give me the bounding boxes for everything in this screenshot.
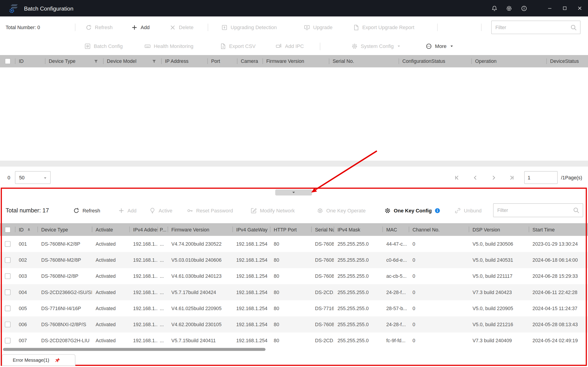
- collapse-panel-button[interactable]: [275, 190, 312, 195]
- add-ipc-button[interactable]: Add IPC: [276, 38, 304, 54]
- column-label: HTTP Port: [274, 227, 297, 232]
- column-header-mac[interactable]: MAC: [382, 223, 409, 236]
- upgrade-button[interactable]: Upgrade: [304, 17, 332, 38]
- toolbar-separator: [208, 24, 208, 31]
- table-row[interactable]: 004 DS-2CD2366G2-ISU/SL Activated 192.16…: [0, 284, 588, 300]
- table-row[interactable]: 001 DS-7608NI-K2/8P Activated 192.168.1.…: [0, 236, 588, 252]
- column-header-operation[interactable]: Operation: [471, 55, 546, 67]
- info-badge-icon[interactable]: [435, 208, 440, 213]
- horizontal-scrollbar-thumb[interactable]: [3, 348, 266, 351]
- table-row[interactable]: 002 DS-7608NI-M2/8P Activated 192.168.1.…: [0, 252, 588, 268]
- row-checkbox[interactable]: [5, 306, 10, 311]
- column-header-device-status[interactable]: DeviceStatus: [546, 55, 588, 67]
- about-button[interactable]: [516, 0, 531, 17]
- notifications-button[interactable]: [487, 0, 502, 17]
- lower-filter-input[interactable]: [493, 204, 583, 217]
- column-label: P...: [160, 227, 166, 232]
- row-checkbox-cell: [0, 284, 15, 300]
- row-checkbox[interactable]: [5, 322, 10, 327]
- delete-button[interactable]: Delete: [170, 17, 194, 38]
- row-checkbox[interactable]: [5, 241, 10, 247]
- page-size-select[interactable]: 50: [15, 171, 51, 184]
- health-monitoring-label: Health Monitoring: [154, 43, 193, 49]
- column-header-serial-no[interactable]: Serial No.: [329, 55, 399, 67]
- one-key-operate-button[interactable]: One Key Operate: [317, 198, 366, 223]
- column-header-activate[interactable]: Activate: [92, 223, 129, 236]
- next-page-button[interactable]: [489, 173, 498, 182]
- cell-firmware-version: V5.7.15build 240411: [168, 333, 233, 349]
- cell-serial-no: DS-7608...: [311, 236, 334, 252]
- error-message-tab[interactable]: Error Message(1): [2, 354, 75, 366]
- delete-label: Delete: [179, 25, 194, 30]
- column-header-firmware-version[interactable]: Firmware Version: [262, 55, 329, 67]
- filter-funnel-icon[interactable]: [152, 59, 157, 64]
- column-header-serial-no[interactable]: Serial Nu...: [311, 223, 334, 236]
- reset-password-button[interactable]: Reset Password: [187, 198, 233, 223]
- health-monitoring-button[interactable]: Health Monitoring: [145, 38, 194, 54]
- column-header-channel-no[interactable]: Channel No.: [409, 223, 469, 236]
- selected-count: 0: [8, 175, 10, 180]
- column-header-ip-address[interactable]: IP Address: [161, 55, 208, 67]
- table-row[interactable]: 006 DS-7608NXI-I2/8P/S Activated 192.168…: [0, 317, 588, 333]
- lower-refresh-button[interactable]: Refresh: [73, 198, 100, 223]
- column-header-id[interactable]: ID: [15, 223, 37, 236]
- upper-horizontal-scrollbar-track[interactable]: [0, 161, 588, 166]
- row-checkbox[interactable]: [5, 273, 10, 279]
- page-number-input[interactable]: [524, 171, 557, 184]
- close-button[interactable]: [572, 0, 587, 17]
- column-header-device-type[interactable]: Device Type: [45, 55, 103, 67]
- last-page-button[interactable]: [507, 173, 516, 182]
- row-checkbox[interactable]: [5, 257, 10, 263]
- column-header-firmware-version[interactable]: Firmware Version: [168, 223, 233, 236]
- more-button[interactable]: More: [426, 38, 454, 54]
- column-label: Serial No.: [333, 58, 354, 64]
- maximize-button[interactable]: [557, 0, 572, 17]
- prev-page-button[interactable]: [470, 173, 480, 182]
- unbind-label: Unbund: [464, 208, 482, 213]
- export-upgrade-report-button[interactable]: Export Upgrade Report: [353, 17, 414, 38]
- lower-add-button[interactable]: Add: [118, 198, 137, 223]
- column-header-id[interactable]: ID: [15, 55, 45, 67]
- select-all-checkbox[interactable]: [5, 227, 10, 232]
- sort-ascending-icon[interactable]: [27, 227, 31, 232]
- column-header-device-type[interactable]: Device Type: [37, 223, 92, 236]
- batch-config-button[interactable]: Batch Config: [84, 38, 123, 54]
- column-header-start-time[interactable]: Start Time: [529, 223, 588, 236]
- filter-funnel-icon[interactable]: [94, 59, 99, 64]
- export-csv-button[interactable]: Export CSV: [220, 38, 256, 54]
- row-checkbox-cell: [0, 252, 15, 268]
- one-key-config-button[interactable]: One Key Config: [384, 198, 440, 223]
- column-header-device-model[interactable]: Device Model: [103, 55, 161, 67]
- refresh-button[interactable]: Refresh: [86, 17, 112, 38]
- cell-ipv4-address: 192.168.1....: [129, 317, 157, 333]
- row-checkbox[interactable]: [5, 290, 10, 295]
- column-header-http-port[interactable]: HTTP Port: [270, 223, 311, 236]
- unbind-button[interactable]: Unbund: [455, 198, 482, 223]
- column-header-ipv4-gateway[interactable]: IPv4 GateWay: [233, 223, 270, 236]
- column-header-ipv4-mask[interactable]: IPv4 Mask: [334, 223, 382, 236]
- active-button[interactable]: Active: [149, 198, 173, 223]
- column-header-camera[interactable]: Camera: [237, 55, 262, 67]
- upgrading-detection-button[interactable]: Upgrading Detection: [221, 17, 277, 38]
- table-row[interactable]: 003 DS-7608NI-I2/8P Activated 192.168.1.…: [0, 268, 588, 284]
- table-row[interactable]: 005 DS-7716NI-I4/16P Activated 192.168.1…: [0, 300, 588, 316]
- column-header-port[interactable]: Port: [208, 55, 237, 67]
- column-header-configuration-status[interactable]: ConfigurationStatus: [399, 55, 472, 67]
- settings-button[interactable]: [502, 0, 516, 17]
- column-header-port-truncated[interactable]: P...: [157, 223, 168, 236]
- add-button[interactable]: Add: [131, 17, 149, 38]
- column-header-ipv4-address[interactable]: IPv4 Address: [129, 223, 157, 236]
- chevron-down-icon: [43, 176, 47, 180]
- row-checkbox[interactable]: [5, 338, 10, 343]
- error-message-label: Error Message(1): [13, 357, 49, 363]
- modify-network-button[interactable]: Modify Network: [251, 198, 295, 223]
- table-row[interactable]: 007 DS-2CD2087G2H-LIU Activated 192.168.…: [0, 333, 588, 349]
- system-config-button[interactable]: System Config: [351, 38, 401, 54]
- first-page-button[interactable]: [452, 173, 461, 182]
- column-header-dsp-version[interactable]: DSP Version: [469, 223, 529, 236]
- search-icon: [573, 207, 580, 214]
- cell-serial-no: DS-7716...: [311, 300, 334, 316]
- minimize-button[interactable]: [542, 0, 557, 17]
- select-all-checkbox[interactable]: [5, 58, 10, 64]
- upper-filter-input[interactable]: [492, 21, 580, 34]
